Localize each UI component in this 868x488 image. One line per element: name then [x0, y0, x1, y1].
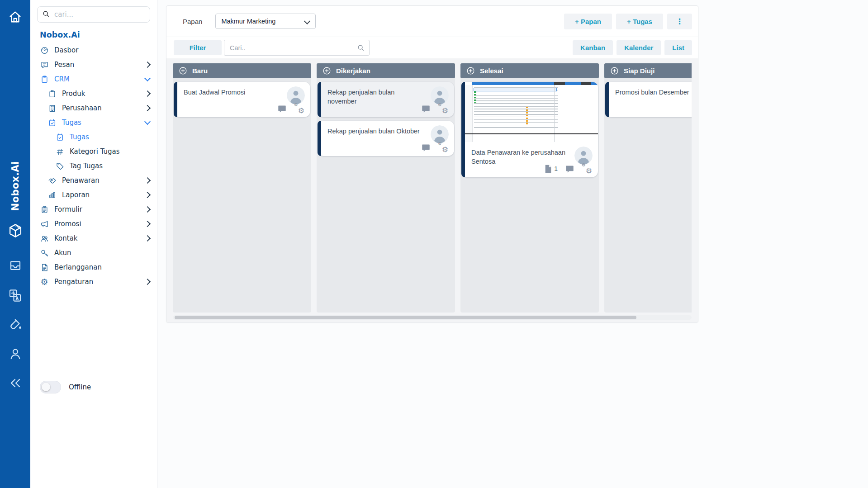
rail-brand: Nobox.Ai [0, 158, 30, 213]
view-kanban-button[interactable]: Kanban [573, 40, 613, 55]
assignee-avatar-icon[interactable] [287, 86, 305, 104]
task-card-rekap-penjualan-bulan-november[interactable]: Rekap penjualan bulan november⚙⚙ [318, 82, 454, 117]
automation-gears-icon[interactable]: ⚙⚙ [438, 142, 448, 152]
sidebar-item-akun[interactable]: Akun [30, 246, 157, 260]
filter-button[interactable]: Filter [174, 40, 222, 55]
card-title: Rekap penjualan bulan Oktober [327, 127, 448, 136]
automation-gears-icon[interactable]: ⚙⚙ [438, 104, 448, 114]
sidebar: Nobox.Ai DasborPesanCRMProdukPerusahaanT… [30, 0, 157, 488]
sidebar-search-input[interactable] [53, 10, 145, 19]
sidebar-item-promosi[interactable]: Promosi [30, 217, 157, 231]
column-title: Siap Diuji [624, 67, 655, 75]
offline-toggle[interactable] [40, 381, 61, 393]
column-header: Siap Diuji [604, 63, 692, 78]
sidebar-item-tugas[interactable]: Tugas [30, 115, 157, 130]
add-card-icon[interactable] [179, 66, 187, 75]
sidebar-item-laporan[interactable]: Laporan [30, 188, 157, 202]
sidebar-item-label: Akun [54, 249, 71, 257]
sidebar-item-pengaturan[interactable]: ⚙Pengaturan [30, 275, 157, 289]
sidebar-item-label: Tugas [70, 133, 89, 141]
task-card-rekap-penjualan-bulan-oktober[interactable]: Rekap penjualan bulan Oktober⚙⚙ [318, 121, 454, 156]
kanban-column-baru: BaruBuat Jadwal Promosi⚙⚙ [173, 63, 311, 313]
sidebar-item-kategori-tugas[interactable]: Kategori Tugas [30, 144, 157, 159]
attachment-icon[interactable]: 1 [545, 165, 558, 173]
inbox-icon[interactable] [0, 259, 30, 272]
clipboard-icon [47, 89, 57, 98]
sidebar-item-label: Kontak [54, 234, 78, 242]
sidebar-item-perusahaan[interactable]: Perusahaan [30, 101, 157, 115]
scrollbar-thumb[interactable] [175, 316, 636, 319]
sidebar-item-label: Promosi [54, 220, 81, 228]
add-card-icon[interactable] [610, 66, 619, 75]
sidebar-item-penawaran[interactable]: Penawaran [30, 173, 157, 188]
sidebar-item-tugas[interactable]: Tugas [30, 130, 157, 144]
chevron-right-icon [144, 206, 151, 213]
card-title: Promosi bulan Desember [615, 88, 692, 97]
add--papan-button[interactable]: + Papan [564, 14, 612, 29]
user-icon[interactable] [0, 347, 30, 360]
comment-icon[interactable] [421, 143, 431, 152]
assignee-avatar-icon[interactable] [431, 86, 449, 104]
megaphone-icon [40, 219, 49, 228]
sidebar-item-formulir[interactable]: Formulir [30, 202, 157, 217]
sidebar-item-label: Laporan [62, 191, 90, 199]
assignee-avatar-icon[interactable] [431, 125, 449, 143]
comment-icon[interactable] [565, 164, 574, 174]
chevron-right-icon [144, 62, 151, 68]
kebab-menu-button[interactable]: ⋮ [667, 14, 692, 29]
main-content: Papan Makmur Marketing + Papan+ Tugas ⋮ … [157, 0, 868, 488]
board-select[interactable]: Makmur Marketing [216, 14, 315, 28]
gear-icon: ⚙ [40, 277, 49, 286]
hash-icon [55, 147, 64, 156]
handshake-icon [47, 176, 57, 185]
cube-logo-icon [0, 223, 30, 239]
add-card-icon[interactable] [323, 66, 331, 75]
card-search-input[interactable] [229, 44, 357, 52]
chevron-right-icon [144, 90, 151, 97]
board-label: Papan [183, 18, 202, 25]
comment-icon[interactable] [421, 104, 431, 114]
add--tugas-button[interactable]: + Tugas [616, 14, 663, 29]
sidebar-item-label: Tugas [62, 118, 81, 127]
board-panel: Papan Makmur Marketing + Papan+ Tugas ⋮ … [166, 5, 698, 322]
card-search [224, 40, 370, 56]
card-attachment-image[interactable] [465, 82, 598, 142]
collapse-sidebar-icon[interactable] [0, 376, 30, 390]
sidebar-item-dasbor[interactable]: Dasbor [30, 43, 157, 57]
task-card-buat-jadwal-promosi[interactable]: Buat Jadwal Promosi⚙⚙ [174, 82, 310, 117]
sidebar-item-tag-tugas[interactable]: Tag Tugas [30, 159, 157, 173]
offline-row: Offline [40, 381, 91, 393]
automation-gears-icon[interactable]: ⚙⚙ [582, 164, 592, 174]
sidebar-item-label: Dasbor [54, 46, 78, 54]
add-card-icon[interactable] [466, 66, 475, 75]
home-icon[interactable] [0, 10, 30, 24]
ink-icon[interactable] [0, 317, 30, 331]
key-icon [40, 248, 49, 257]
chevron-right-icon [144, 177, 151, 184]
column-header: Baru [173, 63, 311, 78]
sidebar-item-berlangganan[interactable]: Berlangganan [30, 260, 157, 275]
sidebar-menu: DasborPesanCRMProdukPerusahaanTugasTugas… [30, 43, 157, 289]
comment-icon[interactable] [277, 104, 287, 114]
clipboard-icon [40, 75, 49, 84]
column-title: Baru [192, 67, 208, 75]
view-list-button[interactable]: List [664, 40, 692, 55]
sidebar-item-produk[interactable]: Produk [30, 86, 157, 101]
sidebar-item-kontak[interactable]: Kontak [30, 231, 157, 246]
chevron-right-icon [144, 235, 151, 242]
automation-gears-icon[interactable]: ⚙⚙ [294, 104, 304, 114]
gauge-icon [40, 46, 49, 55]
sidebar-item-crm[interactable]: CRM [30, 72, 157, 86]
sidebar-item-label: Pesan [54, 61, 74, 69]
search-icon [42, 10, 50, 19]
translate-icon[interactable] [0, 288, 30, 303]
task-card-data-penawaran-ke-perusahaan-sentosa[interactable]: Data Penawaran ke perusahaan Sentosa1⚙⚙ [461, 82, 598, 177]
assignee-avatar-icon[interactable] [574, 147, 593, 165]
sidebar-search [37, 6, 150, 23]
attachment-count: 1 [554, 165, 558, 172]
column-title: Selesai [480, 67, 503, 75]
sidebar-item-pesan[interactable]: Pesan [30, 57, 157, 72]
view-kalender-button[interactable]: Kalender [617, 40, 661, 55]
sidebar-item-label: Pengaturan [54, 278, 93, 286]
task-card-promosi-bulan-desember[interactable]: Promosi bulan Desember⚙⚙ [605, 82, 692, 117]
